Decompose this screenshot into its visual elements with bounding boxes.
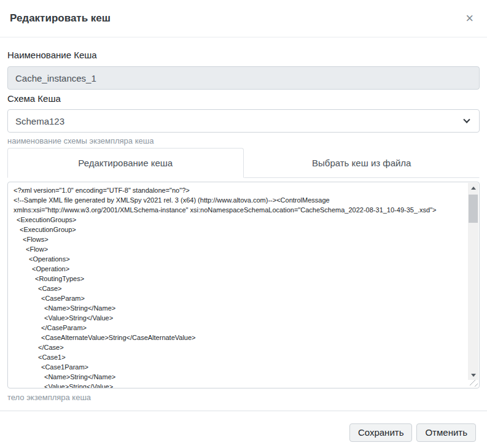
modal-footer: Сохранить Отменить — [0, 411, 487, 448]
cache-body-helper: тело экземпляра кеша — [7, 393, 480, 402]
cache-schema-helper: наименование схемы экземпляра кеша — [7, 136, 480, 145]
scroll-down-arrow-icon — [471, 374, 476, 377]
edit-cache-modal: Редактировать кеш × Наименование Кеша Сх… — [0, 0, 487, 448]
save-button[interactable]: Сохранить — [349, 423, 413, 442]
cache-name-input[interactable] — [7, 66, 480, 90]
scroll-up-arrow-icon — [471, 187, 476, 190]
xml-editor-textarea[interactable]: <?xml version="1.0" encoding="UTF-8" sta… — [8, 182, 479, 388]
xml-editor: <?xml version="1.0" encoding="UTF-8" sta… — [7, 182, 480, 388]
scrollbar[interactable] — [468, 183, 478, 380]
close-icon[interactable]: × — [462, 10, 477, 26]
cancel-button[interactable]: Отменить — [416, 423, 476, 442]
cache-schema-select[interactable]: Schema123 — [7, 109, 480, 133]
scrollbar-thumb[interactable] — [469, 195, 478, 223]
tab-choose-cache-from-file[interactable]: Выбрать кеш из файла — [244, 148, 480, 178]
scrollbar-up-button[interactable] — [468, 183, 478, 193]
modal-title: Редактировать кеш — [10, 12, 111, 25]
modal-header: Редактировать кеш × — [0, 0, 487, 37]
cache-schema-label: Схема Кеша — [7, 93, 480, 104]
tab-edit-cache[interactable]: Редактирование кеша — [7, 148, 244, 178]
cache-name-label: Наименование Кеша — [7, 50, 480, 60]
scrollbar-track[interactable] — [468, 193, 478, 370]
resize-grip-icon[interactable] — [470, 380, 478, 387]
cache-schema-select-wrap: Schema123 — [7, 109, 480, 133]
modal-body: Наименование Кеша Схема Кеша Schema123 н… — [0, 37, 487, 402]
tab-bar: Редактирование кеша Выбрать кеш из файла — [7, 148, 480, 178]
scrollbar-down-button[interactable] — [468, 370, 478, 380]
